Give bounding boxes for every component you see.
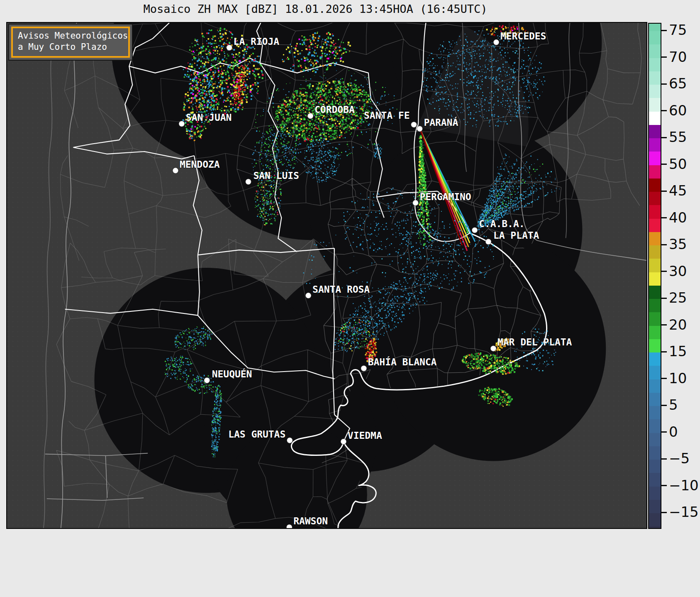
- colorbar-tick: [661, 351, 667, 352]
- city-label: SAN JUAN: [186, 112, 232, 123]
- city-label: PARANÁ: [424, 117, 458, 128]
- page-title: Mosaico ZH MAX [dBZ] 18.01.2026 13:45HOA…: [6, 2, 624, 15]
- city-label: LA PLATA: [493, 230, 539, 241]
- city-dot: [417, 126, 422, 132]
- city-dot: [361, 365, 367, 371]
- colorbar-tick: [661, 244, 667, 245]
- colorbar-segment: [649, 205, 661, 218]
- colorbar-tick: [661, 217, 667, 218]
- colorbar-tick-label: −15: [669, 504, 699, 520]
- city-label: RAWSON: [293, 516, 328, 526]
- colorbar-segment: [649, 286, 661, 299]
- city-dot: [307, 113, 313, 119]
- colorbar-tick: [661, 271, 667, 272]
- colorbar-tick: [661, 137, 667, 138]
- colorbar-segment: [649, 513, 661, 526]
- colorbar-tick-label: 70: [669, 48, 687, 65]
- colorbar-segment: [649, 245, 661, 259]
- city-dot: [341, 439, 346, 445]
- colorbar-segment: [649, 71, 661, 85]
- colorbar-tick-label: 40: [669, 209, 687, 225]
- radar-mosaic-page: Mosaico ZH MAX [dBZ] 18.01.2026 13:45HOA…: [0, 0, 700, 597]
- colorbar-tick-label: 5: [669, 396, 678, 413]
- city-label: NEUQUÉN: [212, 368, 252, 379]
- colorbar-tick: [661, 164, 667, 165]
- warnings-line-1: Avisos Meteorológicos: [18, 30, 124, 42]
- colorbar-tick-label: 65: [669, 75, 687, 92]
- city-label: CÓRDOBA: [315, 104, 355, 115]
- colorbar-tick-label: 50: [669, 155, 687, 172]
- footer: Servicio Meteorológico Nacional Argentin…: [0, 529, 700, 597]
- colorbar-segment: [649, 192, 661, 205]
- colorbar-segment: [649, 487, 661, 500]
- city-dot: [493, 39, 499, 45]
- city-dot: [287, 438, 293, 443]
- colorbar-tick-label: 25: [669, 289, 687, 306]
- colorbar-tick: [661, 405, 667, 406]
- colorbar-tick: [661, 485, 667, 486]
- city-dot: [173, 168, 178, 174]
- map-canvas: MERCEDESLA RIOJASAN JUANCÓRDOBASANTA FEP…: [7, 23, 646, 528]
- city-dot: [227, 45, 232, 51]
- city-label: VIEDMA: [348, 430, 382, 441]
- colorbar-tick-label: 60: [669, 102, 687, 118]
- colorbar-segment: [649, 352, 661, 366]
- warnings-banner-button[interactable]: Avisos Meteorológicos a Muy Corto Plazo: [8, 24, 133, 61]
- colorbar-segment: [649, 31, 661, 44]
- city-label: MAR DEL PLATA: [498, 337, 572, 347]
- colorbar-tick-label: 75: [669, 22, 687, 38]
- radar-coverage-circles: [94, 23, 606, 528]
- colorbar-segment: [649, 326, 661, 339]
- dbz-colorbar: [648, 23, 661, 529]
- colorbar-segment: [649, 219, 661, 232]
- city-dot: [472, 227, 478, 233]
- colorbar-segment: [649, 58, 661, 71]
- city-label: LA RIOJA: [234, 36, 280, 47]
- city-label: SANTA ROSA: [312, 284, 370, 295]
- warnings-line-2: a Muy Corto Plazo: [18, 42, 124, 53]
- colorbar-segment: [649, 138, 661, 152]
- colorbar-segment: [649, 272, 661, 286]
- colorbar-segment: [649, 393, 661, 406]
- colorbar-tick-label: 20: [669, 316, 687, 333]
- colorbar-segment: [649, 98, 661, 111]
- colorbar-tick: [661, 431, 667, 433]
- colorbar-segment: [649, 406, 661, 419]
- city-label: MENDOZA: [180, 159, 220, 170]
- colorbar-segment: [649, 44, 661, 58]
- colorbar-segment: [649, 460, 661, 473]
- colorbar-segment: [649, 259, 661, 272]
- colorbar-segment: [649, 232, 661, 245]
- colorbar-tick: [661, 378, 667, 379]
- colorbar-segment: [649, 85, 661, 98]
- colorbar-tick-label: 30: [669, 262, 687, 279]
- colorbar-segment: [649, 179, 661, 192]
- city-label: SANTA FE: [364, 110, 410, 121]
- colorbar-tick: [661, 191, 667, 192]
- colorbar-tick: [661, 56, 667, 58]
- city-dot: [286, 524, 292, 528]
- city-dot: [305, 293, 311, 298]
- city-label: PERGAMINO: [420, 191, 471, 202]
- colorbar-tick-label: 10: [669, 369, 687, 386]
- colorbar-segment: [649, 500, 661, 513]
- colorbar-segment: [649, 299, 661, 312]
- colorbar-tick-label: 55: [669, 129, 687, 145]
- colorbar-segment: [649, 23, 661, 31]
- colorbar-tick: [661, 83, 667, 85]
- city-dot: [412, 200, 418, 206]
- city-label: SAN LUIS: [253, 170, 299, 181]
- colorbar-tick-label: 45: [669, 182, 687, 199]
- colorbar-segment: [649, 366, 661, 379]
- colorbar-segment: [649, 152, 661, 165]
- radar-map: MERCEDESLA RIOJASAN JUANCÓRDOBASANTA FEP…: [6, 22, 647, 529]
- city-dot: [246, 179, 251, 185]
- colorbar-tick: [661, 324, 667, 325]
- colorbar-segment: [649, 433, 661, 446]
- colorbar-segment: [649, 312, 661, 325]
- colorbar-tick-label: 0: [669, 423, 678, 440]
- colorbar-tick-label: −5: [669, 450, 690, 467]
- colorbar-tick: [661, 298, 667, 299]
- city-dot: [179, 121, 185, 127]
- city-label: MERCEDES: [500, 31, 546, 42]
